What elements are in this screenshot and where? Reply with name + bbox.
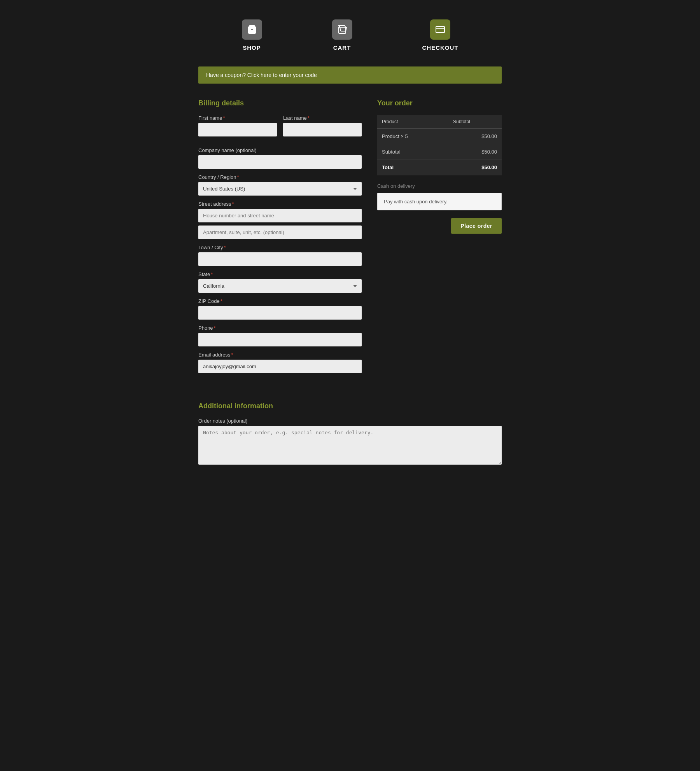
svg-rect-2 bbox=[436, 26, 444, 33]
step-shop[interactable]: SHOP bbox=[242, 19, 262, 51]
table-row: Total $50.00 bbox=[377, 160, 502, 175]
additional-title: Additional information bbox=[198, 402, 502, 410]
country-group: Country / Region* United States (US) bbox=[198, 174, 362, 196]
step-cart[interactable]: CART bbox=[332, 19, 352, 51]
svg-point-1 bbox=[345, 33, 346, 33]
company-label: Company name (optional) bbox=[198, 147, 362, 153]
subtotal-cell: $50.00 bbox=[448, 129, 502, 144]
zip-group: ZIP Code* bbox=[198, 298, 362, 320]
street-label: Street address* bbox=[198, 201, 362, 207]
checkout-icon-container bbox=[430, 19, 450, 40]
cart-label: CART bbox=[333, 44, 351, 51]
order-section: Your order Product Subtotal Product × 5 … bbox=[377, 99, 502, 379]
order-title: Your order bbox=[377, 99, 502, 107]
payment-label: Cash on delivery bbox=[377, 183, 502, 189]
zip-label: ZIP Code* bbox=[198, 298, 362, 304]
state-select[interactable]: California Alabama Alaska Arizona Arkans… bbox=[198, 279, 362, 293]
total-label-cell: Total bbox=[377, 160, 448, 175]
phone-label: Phone* bbox=[198, 325, 362, 331]
svg-point-0 bbox=[341, 33, 341, 33]
subtotal-value-cell: $50.00 bbox=[448, 144, 502, 160]
country-select[interactable]: United States (US) bbox=[198, 182, 362, 196]
name-row: First name* Last name* bbox=[198, 115, 362, 142]
zip-input[interactable] bbox=[198, 306, 362, 320]
email-label: Email address* bbox=[198, 352, 362, 358]
notes-group: Order notes (optional) bbox=[198, 418, 502, 465]
product-cell: Product × 5 bbox=[377, 129, 448, 144]
shop-label: SHOP bbox=[243, 44, 261, 51]
first-name-label: First name* bbox=[198, 115, 277, 121]
checkout-icon bbox=[436, 25, 445, 34]
phone-group: Phone* bbox=[198, 325, 362, 346]
total-value-cell: $50.00 bbox=[448, 160, 502, 175]
last-name-input[interactable] bbox=[283, 123, 362, 136]
company-input[interactable] bbox=[198, 155, 362, 169]
street-input[interactable] bbox=[198, 209, 362, 222]
place-order-button[interactable]: Place order bbox=[451, 218, 502, 234]
city-input[interactable] bbox=[198, 252, 362, 266]
coupon-text: Have a coupon? Click here to enter your … bbox=[206, 72, 317, 78]
subtotal-label-cell: Subtotal bbox=[377, 144, 448, 160]
state-label: State* bbox=[198, 271, 362, 277]
product-col-header: Product bbox=[377, 115, 448, 129]
additional-section: Additional information Order notes (opti… bbox=[198, 402, 502, 493]
email-group: Email address* bbox=[198, 352, 362, 373]
last-name-label: Last name* bbox=[283, 115, 362, 121]
shop-icon-container bbox=[242, 19, 262, 40]
cart-icon bbox=[338, 25, 347, 34]
step-checkout[interactable]: CHECKOUT bbox=[422, 19, 458, 51]
street-group: Street address* bbox=[198, 201, 362, 239]
payment-description: Pay with cash upon delivery. bbox=[384, 199, 448, 205]
first-name-input[interactable] bbox=[198, 123, 277, 136]
phone-input[interactable] bbox=[198, 333, 362, 346]
checkout-steps: SHOP CART CHECKOUT bbox=[0, 0, 700, 66]
country-label: Country / Region* bbox=[198, 174, 362, 180]
cart-icon-container bbox=[332, 19, 352, 40]
coupon-banner[interactable]: Have a coupon? Click here to enter your … bbox=[198, 66, 502, 84]
table-row: Subtotal $50.00 bbox=[377, 144, 502, 160]
billing-title: Billing details bbox=[198, 99, 362, 107]
notes-label: Order notes (optional) bbox=[198, 418, 502, 424]
table-row: Product × 5 $50.00 bbox=[377, 129, 502, 144]
street2-input[interactable] bbox=[198, 226, 362, 239]
email-input[interactable] bbox=[198, 360, 362, 373]
order-table: Product Subtotal Product × 5 $50.00 Subt… bbox=[377, 115, 502, 175]
subtotal-col-header: Subtotal bbox=[448, 115, 502, 129]
state-group: State* California Alabama Alaska Arizona… bbox=[198, 271, 362, 293]
checkout-label: CHECKOUT bbox=[422, 44, 458, 51]
payment-box: Pay with cash upon delivery. bbox=[377, 193, 502, 210]
first-name-group: First name* bbox=[198, 115, 277, 136]
city-label: Town / City* bbox=[198, 245, 362, 250]
city-group: Town / City* bbox=[198, 245, 362, 266]
company-group: Company name (optional) bbox=[198, 147, 362, 169]
main-content: Billing details First name* Last name* C… bbox=[198, 99, 502, 402]
last-name-group: Last name* bbox=[283, 115, 362, 136]
shop-icon bbox=[247, 25, 257, 34]
notes-input[interactable] bbox=[198, 426, 502, 465]
billing-section: Billing details First name* Last name* C… bbox=[198, 99, 362, 379]
